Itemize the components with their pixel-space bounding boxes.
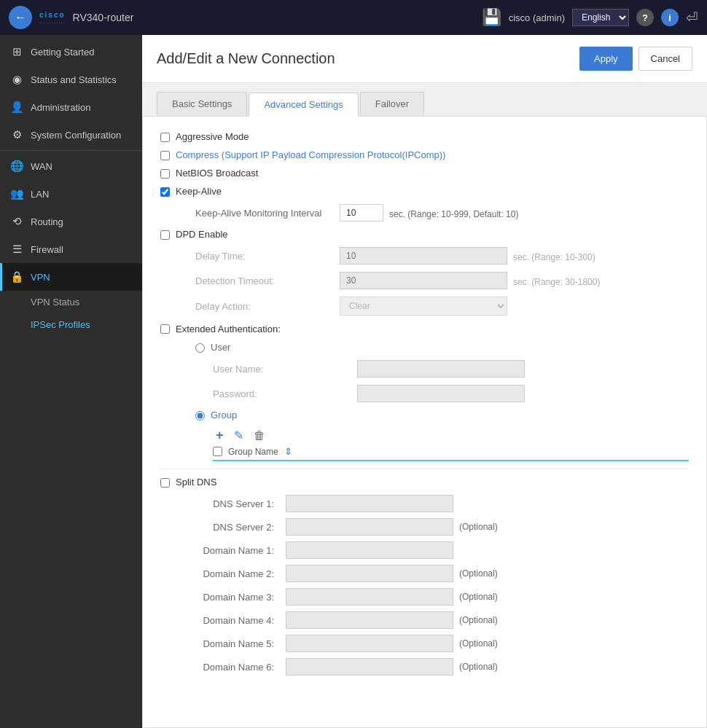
split-dns-row: Split DNS — [160, 477, 689, 488]
save-icon[interactable]: 💾 — [482, 8, 501, 27]
sidebar-item-firewall[interactable]: ☰ Firewall — [0, 235, 142, 263]
sidebar-label-administration: Administration — [31, 102, 90, 113]
page-actions: Apply Cancel — [579, 47, 692, 71]
group-table-header: Group Name ⇕ — [213, 446, 689, 461]
delay-action-select[interactable]: Clear Hold Restart — [340, 297, 507, 316]
sidebar-label-firewall: Firewall — [31, 244, 63, 255]
cancel-button[interactable]: Cancel — [638, 47, 692, 71]
detection-timeout-hint: sec. (Range: 30-1800) — [513, 275, 600, 287]
delay-time-hint: sec. (Range: 10-300) — [513, 250, 595, 262]
domain5-optional: (Optional) — [459, 638, 498, 649]
ext-auth-checkbox[interactable] — [160, 324, 170, 334]
netbios-label: NetBIOS Broadcast — [176, 168, 258, 179]
add-group-button[interactable]: + — [213, 428, 227, 443]
back-button[interactable]: ← — [9, 6, 32, 29]
domain4-row: Domain Name 4: (Optional) — [178, 611, 689, 629]
sidebar-subitem-vpn-status[interactable]: VPN Status — [0, 291, 142, 313]
domain3-optional: (Optional) — [459, 592, 498, 602]
username-input[interactable] — [357, 360, 525, 377]
dpd-row: DPD Enable — [160, 229, 689, 240]
domain4-optional: (Optional) — [459, 615, 498, 625]
sidebar-subitem-ipsec-profiles[interactable]: IPSec Profiles — [0, 313, 142, 336]
sidebar-item-administration[interactable]: 👤 Administration — [0, 93, 142, 121]
group-sort-icon[interactable]: ⇕ — [284, 446, 292, 457]
netbios-row: NetBIOS Broadcast — [160, 168, 689, 179]
dns2-input[interactable] — [286, 518, 453, 536]
aggressive-mode-label: Aggressive Mode — [176, 131, 249, 142]
apply-button[interactable]: Apply — [579, 47, 633, 71]
dns1-input[interactable] — [286, 495, 453, 512]
dns2-row: DNS Server 2: (Optional) — [178, 518, 689, 536]
user-label: cisco (admin) — [509, 12, 565, 23]
split-dns-label: Split DNS — [176, 477, 216, 488]
tabs-bar: Basic Settings Advanced Settings Failove… — [142, 83, 707, 117]
compress-checkbox[interactable] — [160, 151, 170, 160]
keepalive-interval-input[interactable] — [340, 204, 383, 222]
aggressive-mode-checkbox[interactable] — [160, 133, 170, 142]
domain2-input[interactable] — [286, 565, 453, 582]
domain1-label: Domain Name 1: — [178, 545, 280, 556]
language-select[interactable]: English — [572, 9, 629, 26]
group-select-all[interactable] — [213, 447, 222, 456]
help-icon[interactable]: ? — [636, 9, 654, 26]
domain5-input[interactable] — [286, 635, 453, 652]
domain6-label: Domain Name 6: — [178, 662, 280, 673]
domain3-input[interactable] — [286, 588, 453, 606]
user-radio[interactable] — [195, 343, 205, 353]
domain4-input[interactable] — [286, 611, 453, 629]
tab-failover[interactable]: Failover — [360, 92, 424, 116]
cisco-tagline: ............ — [39, 19, 65, 25]
keepalive-interval-row: Keep-Alive Monitoring Interval sec. (Ran… — [195, 204, 689, 222]
group-name-column-header: Group Name — [228, 447, 278, 457]
sidebar-item-lan[interactable]: 👥 LAN — [0, 180, 142, 208]
edit-group-button[interactable]: ✎ — [231, 428, 246, 442]
top-header: ← cisco ............ RV340-router 💾 cisc… — [0, 0, 707, 35]
group-radio-row: Group — [195, 410, 689, 420]
ext-auth-row: Extended Authentication: — [160, 323, 689, 334]
sidebar-item-getting-started[interactable]: ⊞ Getting Started — [0, 38, 142, 66]
sidebar-item-system-config[interactable]: ⚙ System Configuration — [0, 121, 142, 149]
sidebar-item-wan[interactable]: 🌐 WAN — [0, 152, 142, 180]
vpn-active-bar — [0, 263, 2, 291]
domain6-optional: (Optional) — [459, 662, 498, 672]
logout-icon[interactable]: ⏎ — [686, 9, 698, 26]
delay-time-input[interactable] — [340, 247, 507, 265]
tab-advanced-settings[interactable]: Advanced Settings — [249, 93, 358, 117]
user-radio-label: User — [211, 342, 230, 353]
main-layout: ⊞ Getting Started ◉ Status and Statistic… — [0, 35, 707, 728]
delay-action-label: Delay Action: — [195, 300, 334, 312]
sidebar-divider-1 — [0, 150, 142, 151]
group-radio[interactable] — [195, 411, 205, 420]
info-icon[interactable]: i — [661, 9, 679, 26]
domain6-input[interactable] — [286, 658, 453, 676]
username-label: User Name: — [213, 363, 351, 375]
split-dns-checkbox[interactable] — [160, 478, 170, 488]
back-icon: ← — [15, 11, 26, 24]
form-content: Aggressive Mode Compress (Support IP Pay… — [142, 117, 707, 728]
dpd-checkbox[interactable] — [160, 230, 170, 240]
sidebar-item-vpn[interactable]: 🔒 VPN — [0, 263, 142, 291]
content-area: Add/Edit a New Connection Apply Cancel B… — [142, 35, 707, 728]
detection-timeout-input[interactable] — [340, 272, 507, 289]
getting-started-icon: ⊞ — [10, 45, 23, 58]
dns2-optional: (Optional) — [459, 522, 498, 532]
cisco-logo: cisco — [39, 11, 66, 19]
domain1-input[interactable] — [286, 541, 453, 559]
sidebar-item-routing[interactable]: ⟲ Routing — [0, 208, 142, 235]
domain5-label: Domain Name 5: — [178, 638, 280, 649]
delete-group-button[interactable]: 🗑 — [251, 429, 268, 442]
password-input[interactable] — [357, 385, 525, 402]
netbios-checkbox[interactable] — [160, 169, 170, 179]
domain2-row: Domain Name 2: (Optional) — [178, 565, 689, 582]
dpd-label: DPD Enable — [176, 229, 228, 240]
tab-basic-settings[interactable]: Basic Settings — [157, 92, 247, 116]
domain6-row: Domain Name 6: (Optional) — [178, 658, 689, 676]
user-radio-row: User — [195, 342, 689, 353]
keepalive-checkbox[interactable] — [160, 187, 170, 197]
compress-label: Compress (Support IP Payload Compression… — [176, 149, 445, 160]
sidebar-item-status[interactable]: ◉ Status and Statistics — [0, 66, 142, 93]
sidebar-label-vpn: VPN — [31, 272, 50, 283]
lan-icon: 👥 — [10, 187, 23, 200]
domain5-row: Domain Name 5: (Optional) — [178, 635, 689, 652]
page-title: Add/Edit a New Connection — [157, 50, 335, 67]
